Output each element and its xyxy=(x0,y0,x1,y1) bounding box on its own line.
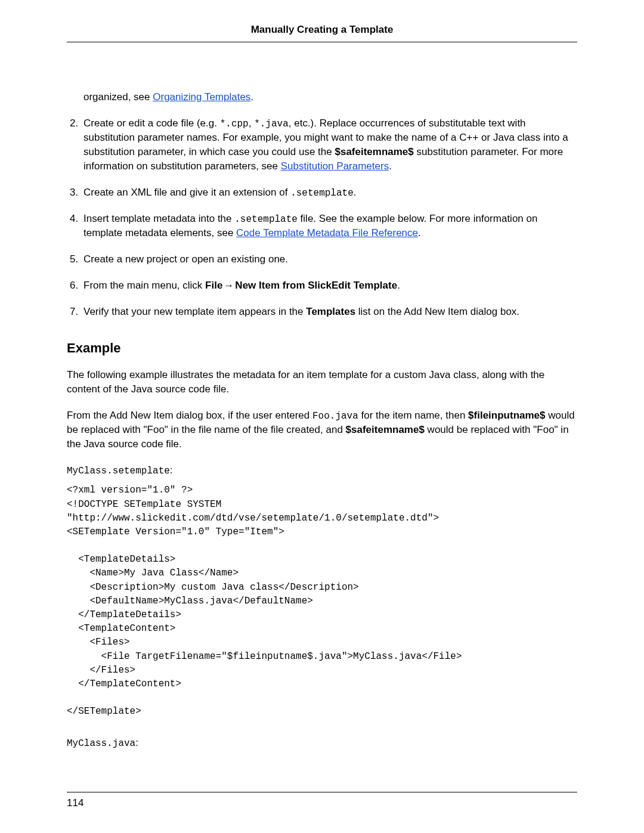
page-footer: 114 xyxy=(67,792,577,809)
p2-pre: From the Add New Item dialog box, if the… xyxy=(67,410,312,421)
p2-bold1: $fileinputname$ xyxy=(468,410,545,421)
s4-code: .setemplate xyxy=(234,214,298,225)
xml-code-block: <?xml version="1.0" ?> <!DOCTYPE SETempl… xyxy=(67,484,577,719)
example-heading: Example xyxy=(67,339,577,358)
intro-suffix: . xyxy=(250,91,253,103)
s4-suffix: . xyxy=(418,227,421,239)
example-p2: From the Add New Item dialog box, if the… xyxy=(67,408,577,451)
s7-pre: Verify that your new template item appea… xyxy=(83,306,306,317)
p2-code: Foo.java xyxy=(312,411,358,422)
s3-code: .setemplate xyxy=(290,188,354,199)
file1-label-line: MyClass.setemplate: xyxy=(67,463,577,478)
s3-suffix: . xyxy=(354,187,357,198)
s2-code1: *.cpp xyxy=(220,119,249,129)
step-6: From the main menu, click File → New Ite… xyxy=(81,278,577,293)
page-header: Manually Creating a Template xyxy=(67,24,577,42)
p2-mid1: for the item name, then xyxy=(358,410,468,421)
steps-list: Create or edit a code file (e.g. *.cpp, … xyxy=(67,116,577,319)
s4-pre: Insert template metadata into the xyxy=(83,213,234,224)
s6-suffix: . xyxy=(397,280,400,291)
s2-text1: Create or edit a code file (e.g. xyxy=(83,117,220,129)
s7-suffix: list on the Add New Item dialog box. xyxy=(355,306,519,317)
p2-bold2: $safeitemname$ xyxy=(346,424,425,435)
link-organizing-templates[interactable]: Organizing Templates xyxy=(153,91,250,103)
s6-bold2: New Item from SlickEdit Template xyxy=(235,280,397,291)
s6-bold1: File xyxy=(205,280,222,291)
step-5: Create a new project or open an existing… xyxy=(81,252,577,267)
s7-bold: Templates xyxy=(306,306,355,317)
step-7: Verify that your new template item appea… xyxy=(81,305,577,319)
link-metadata-reference[interactable]: Code Template Metadata File Reference xyxy=(236,227,418,239)
file2-colon: : xyxy=(135,737,138,748)
s2-mid1: , xyxy=(249,117,254,129)
link-substitution-parameters[interactable]: Substitution Parameters xyxy=(281,160,389,172)
intro-continuation: organized, see Organizing Templates. xyxy=(67,90,577,104)
file1-colon: : xyxy=(170,465,173,476)
page: Manually Creating a Template organized, … xyxy=(0,0,644,833)
file2-label: MyClass.java xyxy=(67,738,135,749)
step-4: Insert template metadata into the .setem… xyxy=(81,212,577,240)
s2-code2: *.java xyxy=(254,119,289,129)
s6-pre: From the main menu, click xyxy=(83,280,205,291)
content-area: organized, see Organizing Templates. Cre… xyxy=(67,90,577,750)
s5-text: Create a new project or open an existing… xyxy=(83,253,288,265)
example-p1: The following example illustrates the me… xyxy=(67,368,577,397)
page-number: 114 xyxy=(67,797,83,809)
s2-suffix: . xyxy=(389,160,392,172)
step-2: Create or edit a code file (e.g. *.cpp, … xyxy=(81,116,577,174)
file1-label: MyClass.setemplate xyxy=(67,466,170,476)
s2-bold1: $safeitemname$ xyxy=(335,146,413,157)
s3-pre: Create an XML file and give it an extens… xyxy=(83,187,290,198)
intro-pre: organized, see xyxy=(83,91,153,103)
file2-label-line: MyClass.java: xyxy=(67,736,577,750)
step-3: Create an XML file and give it an extens… xyxy=(81,185,577,200)
header-title: Manually Creating a Template xyxy=(251,24,394,35)
arrow-icon: → xyxy=(222,278,235,293)
